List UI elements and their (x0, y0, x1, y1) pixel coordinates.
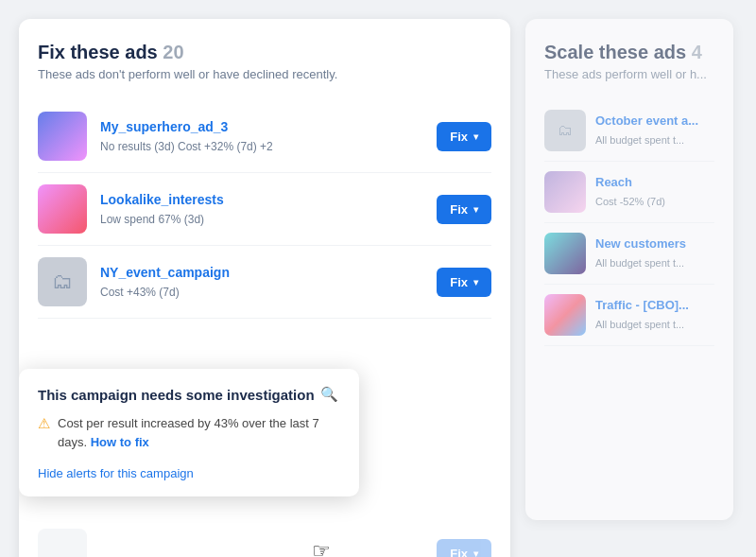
hide-alerts-link[interactable]: Hide alerts for this campaign (38, 466, 194, 480)
ad-info-1: My_superhero_ad_3 No results (3d) Cost +… (100, 119, 437, 154)
ad-meta-1: No results (3d) Cost +32% (7d) +2 (100, 140, 273, 153)
ad-thumb-lookalike (38, 184, 87, 234)
right-ad-name-4[interactable]: Traffic - [CBO]... (595, 298, 689, 312)
right-ad-name-1[interactable]: October event a... (595, 113, 698, 128)
ad-name-link-1[interactable]: My_superhero_ad_3 (100, 119, 437, 134)
ad-thumb-4 (38, 529, 87, 557)
ad-info-3: NY_event_campaign Cost +43% (7d) (100, 265, 437, 300)
tooltip-title-text: This campaign needs some investigation (38, 387, 315, 403)
ad-thumb-ny: 🗂 (38, 257, 87, 306)
right-ad-info-3: New customers All budget spent t... (595, 236, 686, 270)
ad-item-ny: 🗂 NY_event_campaign Cost +43% (7d) Fix ▾… (38, 246, 491, 319)
fix-button-1[interactable]: Fix ▾ (437, 122, 491, 151)
tooltip-body: ⚠ Cost per result increased by 43% over … (38, 414, 340, 451)
fix-button-3[interactable]: Fix ▾ (437, 268, 491, 297)
right-ad-meta-1: All budget spent t... (595, 134, 684, 146)
chevron-icon-1: ▾ (473, 131, 478, 142)
fix-button-2[interactable]: Fix ▾ (437, 195, 491, 224)
fix-label-3: Fix (450, 275, 468, 289)
fix-button-4[interactable]: Fix ▾ (437, 539, 491, 558)
fix-panel-title: Fix these ads 20 (38, 42, 491, 63)
fix-count: 20 (163, 42, 183, 62)
right-ad-info-4: Traffic - [CBO]... All budget spent t... (595, 298, 689, 332)
scale-count: 4 (692, 42, 702, 62)
right-ad-meta-3: All budget spent t... (595, 257, 684, 269)
search-icon: 🔍 (320, 386, 338, 403)
fix-label-4: Fix (450, 547, 468, 558)
right-ad-name-2[interactable]: Reach (595, 175, 665, 189)
ad-meta-2: Low spend 67% (3d) (100, 213, 204, 226)
right-ad-thumb-traffic (544, 294, 586, 336)
right-ad-thumb-reach (544, 171, 586, 213)
scale-panel-title: Scale these ads 4 (544, 42, 714, 63)
ad-item-superhero: My_superhero_ad_3 No results (3d) Cost +… (38, 100, 491, 173)
right-ad-meta-4: All budget spent t... (595, 319, 684, 330)
chevron-icon-2: ▾ (473, 204, 478, 215)
scale-ads-panel: Scale these ads 4 These ads perform well… (525, 19, 733, 520)
tooltip-body-text: Cost per result increased by 43% over th… (58, 414, 340, 451)
ad-name-link-2[interactable]: Lookalike_interests (100, 192, 437, 207)
right-ad-item-new: New customers All budget spent t... (544, 223, 714, 285)
right-ad-info-2: Reach Cost -52% (7d) (595, 175, 665, 209)
right-ad-thumb-october: 🗂 (544, 110, 586, 151)
ad-thumb-superhero (38, 112, 87, 161)
thumb-image-1 (38, 112, 87, 161)
tooltip-title: This campaign needs some investigation 🔍 (38, 386, 340, 403)
warning-icon: ⚠ (38, 415, 50, 432)
right-ad-info-1: October event a... All budget spent t... (595, 113, 698, 148)
ad-item-lookalike: Lookalike_interests Low spend 67% (3d) F… (38, 173, 491, 246)
right-ad-name-3[interactable]: New customers (595, 236, 686, 251)
fix-label-2: Fix (450, 202, 468, 217)
scale-title-text: Scale these ads (544, 42, 686, 62)
folder-icon-october: 🗂 (558, 122, 573, 139)
right-ad-item-reach: Reach Cost -52% (7d) (544, 162, 714, 223)
fix-subtitle: These ads don't perform well or have dec… (38, 67, 491, 81)
how-to-fix-link[interactable]: How to fix (91, 435, 149, 449)
campaign-tooltip: This campaign needs some investigation 🔍… (19, 369, 359, 496)
fix-title-text: Fix these ads (38, 42, 158, 62)
ad-item-4: Fix ▾ (38, 517, 491, 557)
chevron-icon-3: ▾ (473, 277, 478, 287)
ad-info-2: Lookalike_interests Low spend 67% (3d) (100, 192, 437, 227)
thumb-image-2 (38, 184, 87, 234)
right-ad-item-october: 🗂 October event a... All budget spent t.… (544, 100, 714, 162)
fix-ads-panel: Fix these ads 20 These ads don't perform… (19, 19, 510, 557)
main-container: Fix these ads 20 These ads don't perform… (0, 0, 756, 557)
ad-meta-3: Cost +43% (7d) (100, 286, 180, 299)
right-ad-meta-2: Cost -52% (7d) (595, 196, 665, 207)
ad-name-link-3[interactable]: NY_event_campaign (100, 265, 437, 280)
right-ad-thumb-new (544, 233, 586, 274)
chevron-icon-4: ▾ (473, 548, 478, 558)
folder-icon-ny: 🗂 (52, 270, 73, 294)
right-ad-item-traffic: Traffic - [CBO]... All budget spent t... (544, 285, 714, 346)
scale-subtitle: These ads perform well or h... (544, 67, 714, 81)
fix-label-1: Fix (450, 130, 468, 144)
